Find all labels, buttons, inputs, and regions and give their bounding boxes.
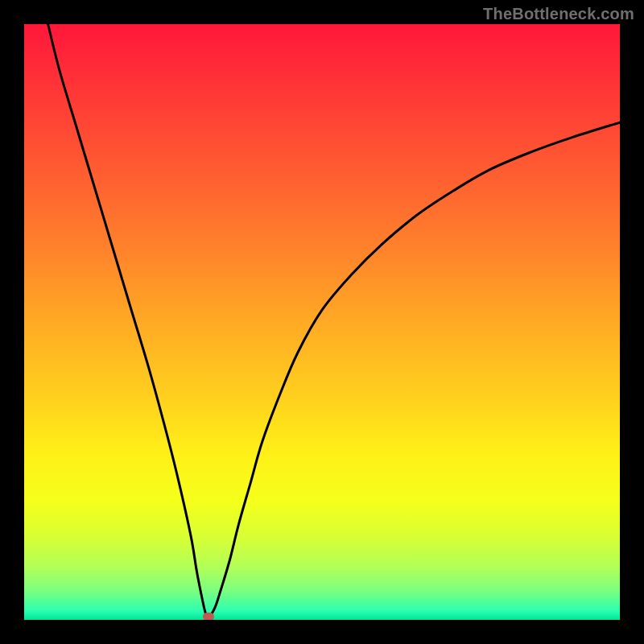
chart-frame: TheBottleneck.com [0, 0, 644, 644]
plot-area [24, 24, 620, 620]
gradient-background [24, 24, 620, 620]
optimal-point-marker [203, 613, 214, 620]
chart-svg [24, 24, 620, 620]
watermark-text: TheBottleneck.com [483, 5, 634, 23]
